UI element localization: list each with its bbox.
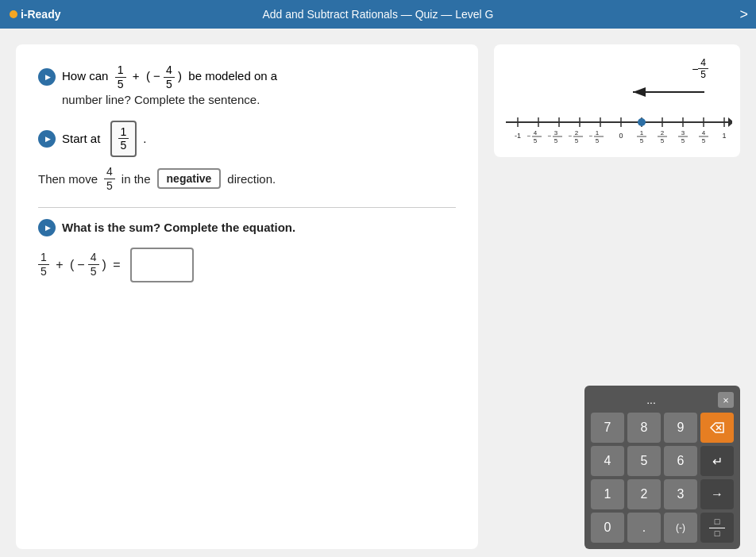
svg-text:2: 2 (661, 129, 665, 136)
then-move-text1: Then move (38, 172, 98, 186)
key-enter-row3[interactable]: → (700, 479, 734, 509)
key-backspace[interactable] (700, 413, 734, 443)
keypad: ... × 7 8 9 4 5 6 ↵ (584, 386, 740, 549)
neg-sign: − (153, 69, 160, 83)
iready-logo: i-Ready (10, 8, 60, 21)
question2-text: What is the sum? Complete the equation. (62, 221, 295, 234)
svg-text:4: 4 (534, 129, 538, 136)
nl-fraction: 4 5 (698, 57, 708, 81)
question2-label: What is the sum? Complete the equation. (38, 219, 456, 236)
key-7[interactable]: 7 (591, 413, 624, 443)
nl-neg-label: − (692, 63, 698, 75)
svg-text:1: 1 (596, 129, 600, 136)
sum-frac1: 1 5 (38, 251, 49, 278)
right-panel: − 4 5 (494, 44, 740, 549)
svg-text:2: 2 (575, 129, 579, 136)
then-move-text2: in the (122, 172, 151, 186)
then-move-fraction: 4 5 (104, 165, 115, 193)
key-1[interactable]: 1 (591, 479, 624, 509)
svg-text:5: 5 (640, 137, 644, 144)
keypad-close-button[interactable]: × (718, 392, 734, 408)
sum-input-box[interactable] (130, 248, 194, 282)
nl-arrow-label: − 4 5 (502, 57, 708, 81)
svg-text:5: 5 (661, 137, 665, 144)
key-4[interactable]: 4 (591, 446, 624, 476)
fraction-4-5: 4 5 (164, 63, 175, 91)
svg-marker-3 (728, 117, 732, 127)
svg-text:−: − (569, 133, 573, 140)
sound-button-start[interactable] (38, 130, 56, 148)
svg-text:3: 3 (681, 129, 685, 136)
nav-arrow[interactable]: > (739, 6, 748, 23)
question1-text: How can 1 5 + ( − 4 5 ) be modeled on a (62, 63, 277, 91)
header: i-Ready Add and Subtract Rationals — Qui… (0, 0, 756, 29)
start-at-label: Start at (62, 132, 104, 145)
open-paren: ( (146, 69, 150, 83)
main-content: How can 1 5 + ( − 4 5 ) be modeled on a … (0, 29, 756, 557)
direction-answer-box: negative (157, 168, 222, 189)
sum-equals: = (110, 258, 124, 272)
key-6[interactable]: 6 (664, 446, 697, 476)
svg-text:5: 5 (702, 137, 706, 144)
sound-button-q1[interactable] (38, 68, 56, 86)
key-enter-row2[interactable]: ↵ (700, 446, 734, 476)
svg-text:0: 0 (619, 132, 623, 140)
keypad-dots: ... (591, 394, 712, 406)
fraction-1-5: 1 5 (115, 63, 126, 91)
key-8[interactable]: 8 (627, 413, 661, 443)
sum-open-paren: ( (70, 258, 74, 272)
svg-text:−: − (589, 133, 593, 140)
nl-wrapper: -1 4 5 − 3 5 − 2 5 (502, 100, 732, 148)
close-paren: ) (178, 69, 182, 83)
start-dot: . (143, 132, 146, 145)
key-9[interactable]: 9 (664, 413, 697, 443)
question1-line2: number line? Complete the sentence. (62, 93, 456, 106)
sum-equation: 1 5 + ( − 4 5 ) = (38, 251, 124, 278)
sum-row: 1 5 + ( − 4 5 ) = (38, 248, 456, 282)
question2-section: What is the sum? Complete the equation. … (38, 219, 456, 282)
start-at-box: 1 5 (110, 121, 137, 158)
key-3[interactable]: 3 (664, 479, 697, 509)
logo-dot (10, 10, 17, 18)
svg-text:−: − (527, 133, 531, 140)
sound-button-q2[interactable] (38, 219, 56, 236)
svg-text:5: 5 (681, 137, 685, 144)
svg-text:5: 5 (596, 137, 600, 144)
key-negative[interactable]: (-) (664, 513, 697, 543)
svg-text:5: 5 (575, 137, 579, 144)
svg-text:5: 5 (534, 137, 538, 144)
svg-text:1: 1 (640, 129, 644, 136)
svg-text:4: 4 (702, 129, 706, 136)
svg-text:−: − (548, 133, 552, 140)
svg-text:1: 1 (722, 132, 726, 140)
keypad-grid: 7 8 9 4 5 6 ↵ 1 2 3 → (591, 413, 734, 543)
start-fraction: 1 5 (118, 125, 129, 153)
then-move-row: Then move 4 5 in the negative direction. (38, 165, 456, 193)
key-dot[interactable]: . (627, 513, 661, 543)
key-fraction[interactable]: □ □ (700, 513, 734, 543)
svg-text:3: 3 (554, 129, 558, 136)
sum-close-paren: ) (102, 258, 106, 272)
nl-svg: -1 4 5 − 3 5 − 2 5 (502, 100, 732, 148)
fraction-key-icon: □ □ (709, 517, 725, 538)
nl-arrow-svg (629, 86, 708, 98)
sum-neg: − (77, 258, 84, 272)
question1-label: How can 1 5 + ( − 4 5 ) be modeled on a (38, 63, 456, 91)
left-panel: How can 1 5 + ( − 4 5 ) be modeled on a … (16, 44, 478, 549)
sum-frac2: 4 5 (88, 251, 99, 278)
key-2[interactable]: 2 (627, 479, 661, 509)
nl-arrow-line (502, 86, 708, 98)
then-move-text3: direction. (227, 172, 276, 186)
key-5[interactable]: 5 (627, 446, 661, 476)
svg-text:5: 5 (554, 137, 558, 144)
number-line-container: − 4 5 (494, 44, 740, 157)
key-0[interactable]: 0 (591, 513, 624, 543)
divider (38, 207, 456, 208)
svg-text:-1: -1 (515, 132, 521, 140)
keypad-header: ... × (591, 392, 734, 408)
svg-point-46 (638, 118, 646, 126)
logo-text: i-Ready (21, 8, 61, 21)
page-title: Add and Subtract Rationals — Quiz — Leve… (262, 8, 493, 21)
sum-plus: + (52, 258, 67, 272)
